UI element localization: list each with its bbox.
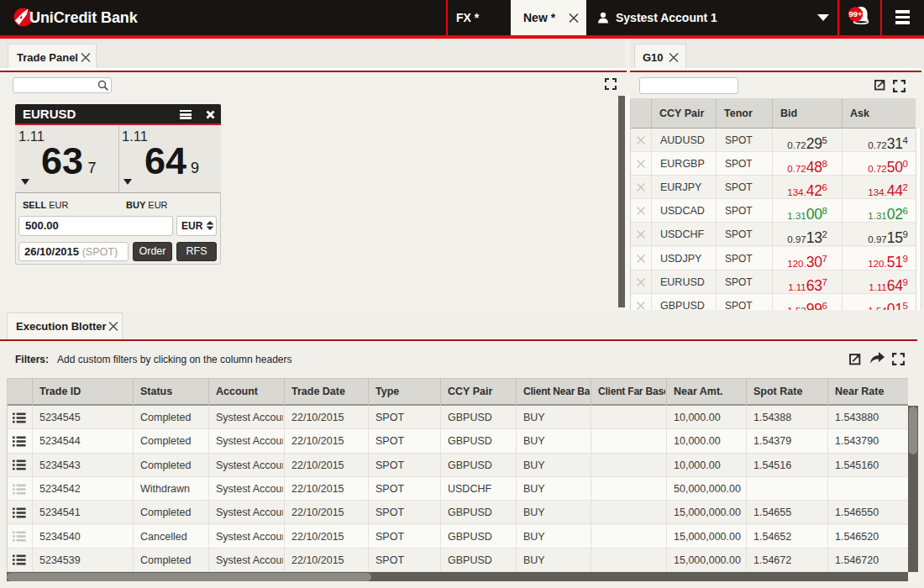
svg-text:99+: 99+: [848, 9, 863, 18]
